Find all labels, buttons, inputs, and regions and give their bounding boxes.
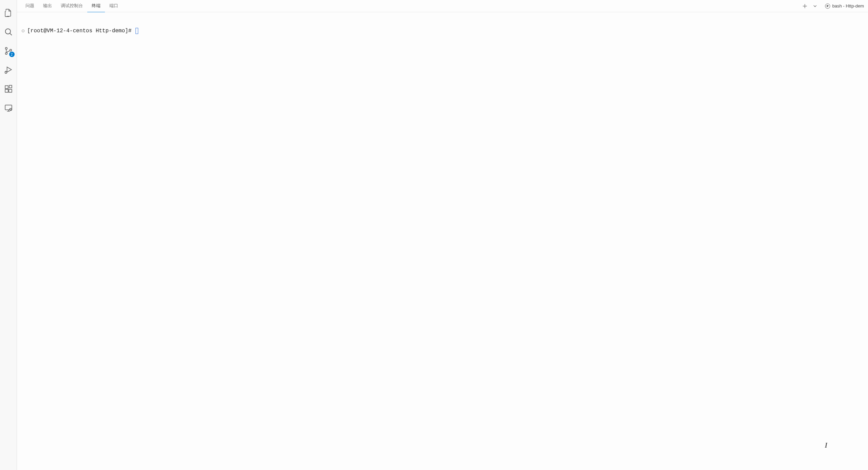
run-debug-icon[interactable] bbox=[0, 62, 17, 78]
svg-point-4 bbox=[10, 49, 11, 51]
prompt-marker-icon bbox=[22, 30, 24, 32]
bash-icon bbox=[825, 3, 830, 9]
svg-line-1 bbox=[10, 33, 12, 35]
svg-rect-10 bbox=[5, 105, 12, 110]
new-terminal-button[interactable] bbox=[801, 2, 809, 10]
shell-name: bash - Http-dem bbox=[832, 3, 864, 8]
svg-rect-7 bbox=[5, 89, 8, 92]
svg-rect-8 bbox=[9, 89, 12, 92]
terminal-dropdown-icon[interactable] bbox=[811, 2, 819, 10]
activity-bar: 2 bbox=[0, 0, 17, 470]
search-icon[interactable] bbox=[0, 24, 17, 40]
text-cursor-icon: I bbox=[825, 441, 827, 450]
panel-area: 问题 输出 调试控制台 终端 端口 bash - H bbox=[17, 0, 868, 470]
explorer-icon[interactable] bbox=[0, 5, 17, 21]
source-control-icon[interactable]: 2 bbox=[0, 43, 17, 59]
terminal-body[interactable]: [root@VM-12-4-centos Http-demo]# I bbox=[17, 12, 868, 470]
tab-debug-console[interactable]: 调试控制台 bbox=[56, 0, 87, 12]
panel-tabs: 问题 输出 调试控制台 终端 端口 bash - H bbox=[17, 0, 868, 12]
terminal-cursor bbox=[135, 28, 138, 34]
svg-point-0 bbox=[5, 29, 10, 34]
extensions-icon[interactable] bbox=[0, 81, 17, 97]
tab-ports[interactable]: 端口 bbox=[105, 0, 123, 12]
tab-terminal[interactable]: 终端 bbox=[87, 0, 105, 12]
svg-rect-6 bbox=[5, 86, 8, 89]
svg-point-5 bbox=[5, 72, 6, 73]
terminal-prompt: [root@VM-12-4-centos Http-demo]# bbox=[27, 28, 131, 34]
svg-point-3 bbox=[5, 53, 7, 54]
svg-point-2 bbox=[5, 48, 7, 49]
svg-rect-9 bbox=[9, 85, 12, 88]
tab-problems[interactable]: 问题 bbox=[21, 0, 39, 12]
remote-explorer-icon[interactable] bbox=[0, 100, 17, 116]
tab-output[interactable]: 输出 bbox=[39, 0, 56, 12]
source-control-badge: 2 bbox=[9, 52, 15, 57]
svg-point-11 bbox=[10, 108, 12, 111]
terminal-line: [root@VM-12-4-centos Http-demo]# bbox=[22, 28, 863, 34]
terminal-shell-label[interactable]: bash - Http-dem bbox=[825, 3, 864, 9]
